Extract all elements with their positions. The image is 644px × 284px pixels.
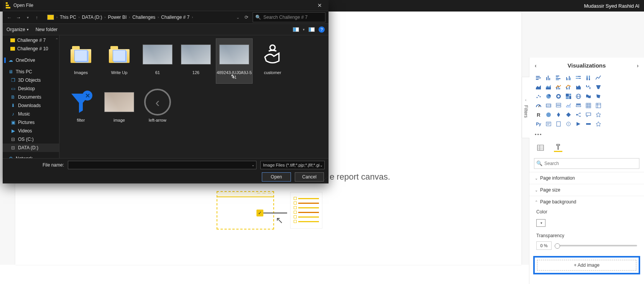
filters-collapsed-tab[interactable]: ‹ Filters	[522, 77, 529, 138]
open-button[interactable]: Open	[262, 172, 291, 182]
view-mode-icon[interactable]	[293, 27, 299, 32]
file-item-folder[interactable]: Images	[62, 38, 99, 84]
dialog-titlebar[interactable]: Open File ✕	[3, 0, 329, 11]
viz-waterfall-icon[interactable]	[585, 83, 592, 91]
new-folder-button[interactable]: New folder	[36, 27, 58, 32]
viz-qna-icon[interactable]	[585, 111, 592, 119]
viz-stacked-bar-icon[interactable]	[535, 74, 542, 82]
breadcrumb[interactable]: This PC› DATA (D:)› Power BI› Challenges…	[60, 15, 240, 20]
nav-item-onedrive[interactable]: ☁ OneDrive	[3, 56, 59, 64]
viz-multi-row-card-icon[interactable]	[555, 102, 562, 109]
viz-narrative-icon[interactable]	[545, 120, 552, 128]
viz-line-icon[interactable]	[595, 74, 602, 82]
search-box[interactable]: 🔍 Search Challenge # 7	[253, 12, 325, 22]
nav-item-challenge10[interactable]: Challenge # 10	[3, 45, 59, 53]
nav-item-thispc[interactable]: 🖥 This PC	[3, 68, 59, 76]
viz-donut-icon[interactable]	[555, 92, 562, 100]
breadcrumb-item[interactable]: Challenges	[132, 15, 155, 20]
dropdown-caret-icon[interactable]: ⌄	[251, 163, 255, 167]
viz-clustered-column-icon[interactable]	[565, 74, 572, 82]
nav-item-documents[interactable]: 🗎 Documents	[3, 93, 59, 101]
nav-item-3dobjects[interactable]: ❒ 3D Objects	[3, 76, 59, 84]
color-picker[interactable]	[536, 219, 545, 227]
viz-r-icon[interactable]: R	[535, 111, 542, 119]
viz-azure-map-icon[interactable]	[545, 111, 552, 119]
viz-ribbon-icon[interactable]	[575, 83, 582, 91]
viz-paginated-icon[interactable]	[555, 120, 562, 128]
viz-100-stacked-column-icon[interactable]	[585, 74, 592, 82]
nav-recent-dropdown[interactable]: ▾	[24, 14, 31, 21]
viz-power-apps-icon[interactable]	[565, 111, 572, 119]
viz-line-stacked-column-icon[interactable]	[555, 83, 562, 91]
breadcrumb-item[interactable]: DATA (D:)	[82, 15, 102, 20]
file-type-filter[interactable]: Image Files (*.tiff;*.pjp;*.jfif;*.gi ⌄	[260, 161, 325, 169]
section-page-background[interactable]: ⌃ Page background	[529, 196, 644, 208]
viz-table-icon[interactable]	[585, 102, 592, 109]
breadcrumb-item[interactable]: Power BI	[108, 15, 127, 20]
viz-clustered-bar-icon[interactable]	[555, 74, 562, 82]
viz-filled-map-icon[interactable]	[585, 92, 592, 100]
viz-scatter-icon[interactable]	[535, 92, 542, 100]
viz-stacked-column-icon[interactable]	[545, 74, 552, 82]
resize-grip-icon[interactable]: ⋰	[324, 176, 328, 180]
viz-kpi-icon[interactable]	[565, 102, 572, 109]
file-item-folder[interactable]: Write Up	[101, 38, 138, 84]
viz-python-icon[interactable]: Py	[535, 120, 542, 128]
file-item-image-selected[interactable]: 489243-IUJ0A9J-541	[216, 38, 253, 84]
file-item-customer[interactable]: customer	[254, 38, 291, 84]
viz-gauge-icon[interactable]	[535, 102, 542, 109]
pane-collapse-left-icon[interactable]: ‹	[535, 63, 537, 69]
preview-pane-icon[interactable]	[309, 27, 315, 32]
viz-100-stacked-bar-icon[interactable]	[575, 74, 582, 82]
viz-arcgis-icon[interactable]	[555, 111, 562, 119]
format-search-input[interactable]	[534, 158, 639, 169]
file-item-image[interactable]: image	[101, 86, 138, 131]
viz-goals-icon[interactable]	[585, 120, 592, 128]
nav-forward-button[interactable]: →	[15, 14, 22, 21]
fields-tab-icon[interactable]	[536, 144, 545, 152]
viz-pie-icon[interactable]	[545, 92, 552, 100]
nav-up-button[interactable]: ↑	[33, 14, 40, 21]
transparency-slider[interactable]	[555, 245, 637, 246]
nav-item-videos[interactable]: ▶ Videos	[3, 127, 59, 135]
viz-power-automate-icon[interactable]	[575, 120, 582, 128]
viz-stacked-area-icon[interactable]	[545, 83, 552, 91]
viz-overflow-icon[interactable]: •••	[529, 132, 644, 140]
breadcrumb-dropdown-icon[interactable]: ⌄	[236, 15, 240, 20]
file-item-image[interactable]: 126	[177, 38, 214, 84]
pane-collapse-right-icon[interactable]: ›	[637, 63, 639, 69]
viz-funnel-icon[interactable]	[595, 83, 602, 91]
refresh-button[interactable]: ⟳	[243, 15, 250, 20]
viz-card-icon[interactable]: 123	[545, 102, 552, 109]
help-icon[interactable]: ?	[319, 26, 325, 33]
nav-back-button[interactable]: ←	[6, 14, 13, 21]
navigation-pane[interactable]: ⌃ Challenge # 7 Challenge # 10 ☁ OneDriv…	[3, 35, 59, 158]
breadcrumb-item[interactable]: Challenge # 7	[161, 15, 189, 20]
transparency-value-box[interactable]: 0 %	[536, 241, 552, 250]
breadcrumb-item[interactable]: This PC	[60, 15, 76, 20]
viz-decomposition-icon[interactable]	[575, 111, 582, 119]
viz-line-clustered-column-icon[interactable]	[565, 83, 572, 91]
viz-key-influencers-icon[interactable]	[595, 111, 602, 119]
nav-item-data-d[interactable]: ⊟ DATA (D:)	[3, 144, 59, 152]
file-item-filter[interactable]: ✕ filter	[62, 86, 99, 131]
section-page-information[interactable]: ⌄ Page information	[529, 172, 644, 184]
viz-get-more-icon[interactable]	[595, 120, 602, 128]
organize-menu[interactable]: Organize ▾	[7, 27, 29, 32]
viz-area-icon[interactable]	[535, 83, 542, 91]
nav-item-network[interactable]: ⚙ Network	[3, 154, 59, 158]
nav-item-os-c[interactable]: ⊟ OS (C:)	[3, 135, 59, 144]
close-button[interactable]: ✕	[314, 0, 325, 11]
file-item-left-arrow[interactable]: ‹ left-arrow	[139, 86, 176, 131]
viz-shape-map-icon[interactable]	[595, 92, 602, 100]
viz-matrix-icon[interactable]	[595, 102, 602, 109]
viz-map-icon[interactable]	[575, 92, 582, 100]
viz-treemap-icon[interactable]	[565, 92, 572, 100]
nav-item-challenge7[interactable]: Challenge # 7	[3, 36, 59, 45]
cancel-button[interactable]: Cancel	[295, 172, 324, 182]
file-name-input[interactable]: ⌄	[68, 161, 256, 169]
nav-item-pictures[interactable]: ▣ Pictures	[3, 118, 59, 127]
add-image-button[interactable]: + Add image	[537, 260, 636, 271]
viz-anomaly-icon[interactable]	[565, 120, 572, 128]
file-item-image[interactable]: 61	[139, 38, 176, 84]
